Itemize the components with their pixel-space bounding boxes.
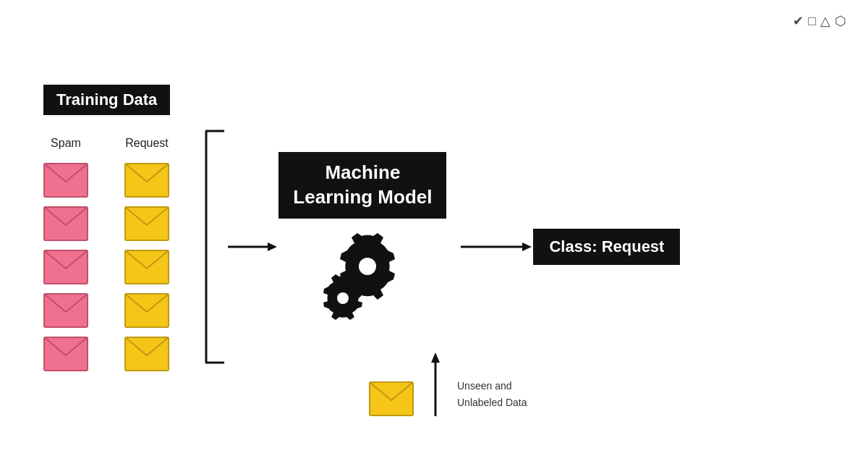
diamond-icon: ⬡ — [835, 13, 846, 29]
request-header: Request — [125, 137, 169, 150]
svg-marker-17 — [431, 352, 440, 363]
svg-marker-15 — [522, 242, 532, 251]
unseen-envelope — [369, 381, 414, 416]
square-icon: □ — [808, 14, 816, 29]
svg-marker-11 — [268, 242, 277, 251]
spam-envelope-3 — [43, 250, 88, 284]
bracket-svg — [199, 127, 228, 366]
bracket-wrapper — [199, 127, 228, 366]
gears-container — [315, 233, 409, 320]
output-arrow-svg — [461, 240, 533, 254]
request-envelope-4 — [124, 293, 169, 328]
request-envelope-3 — [124, 250, 169, 284]
unseen-text: Unseen and Unlabeled Data — [457, 378, 527, 410]
email-columns: Spam — [43, 137, 169, 371]
diagram-container: ✔ □ △ ⬡ Training Data Spam — [0, 0, 868, 456]
svg-point-12 — [359, 258, 376, 275]
spam-envelope-2 — [43, 206, 88, 241]
triangle-icon: △ — [820, 13, 830, 29]
request-envelope-5 — [124, 337, 169, 371]
checkmark-icon: ✔ — [793, 13, 804, 29]
ml-model-label: Machine Learning Model — [278, 152, 446, 219]
output-arrow — [461, 240, 533, 254]
spam-envelope-1 — [43, 163, 88, 198]
spam-envelope-4 — [43, 293, 88, 328]
unseen-arrow-container — [428, 351, 443, 416]
gears-svg — [315, 233, 417, 327]
svg-point-13 — [337, 292, 349, 304]
unseen-arrow-svg — [428, 351, 443, 416]
spam-header: Spam — [51, 137, 81, 150]
ml-model-section: Machine Learning Model — [278, 152, 446, 342]
unseen-section: Unseen and Unlabeled Data — [369, 351, 527, 416]
training-data-label: Training Data — [43, 85, 170, 115]
request-column: Request — [124, 137, 169, 371]
training-section: Training Data Spam — [43, 85, 170, 371]
class-output-label: Class: Request — [533, 229, 680, 265]
watermark-icons: ✔ □ △ ⬡ — [793, 13, 846, 29]
input-arrow-svg — [228, 240, 278, 254]
request-envelope-2 — [124, 206, 169, 241]
class-output-section: Class: Request — [533, 229, 680, 265]
spam-column: Spam — [43, 137, 88, 371]
input-arrow — [228, 240, 278, 254]
request-envelope-1 — [124, 163, 169, 198]
spam-envelope-5 — [43, 337, 88, 371]
